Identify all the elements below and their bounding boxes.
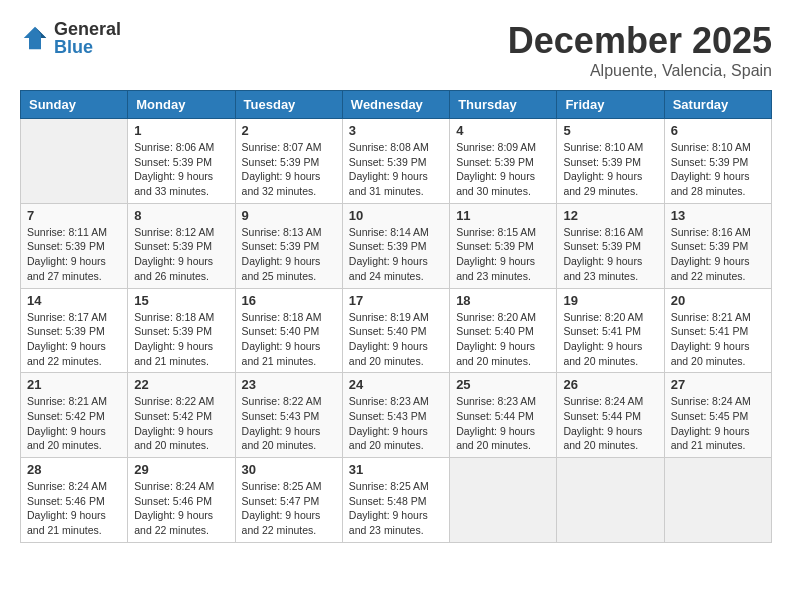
calendar-day-cell: 8Sunrise: 8:12 AM Sunset: 5:39 PM Daylig… — [128, 203, 235, 288]
day-number: 29 — [134, 462, 228, 477]
calendar-day-cell: 29Sunrise: 8:24 AM Sunset: 5:46 PM Dayli… — [128, 458, 235, 543]
day-info: Sunrise: 8:16 AM Sunset: 5:39 PM Dayligh… — [671, 225, 765, 284]
calendar-day-cell: 30Sunrise: 8:25 AM Sunset: 5:47 PM Dayli… — [235, 458, 342, 543]
day-info: Sunrise: 8:25 AM Sunset: 5:47 PM Dayligh… — [242, 479, 336, 538]
calendar-day-cell: 3Sunrise: 8:08 AM Sunset: 5:39 PM Daylig… — [342, 119, 449, 204]
logo-blue-text: Blue — [54, 38, 121, 56]
day-info: Sunrise: 8:14 AM Sunset: 5:39 PM Dayligh… — [349, 225, 443, 284]
day-number: 18 — [456, 293, 550, 308]
day-number: 25 — [456, 377, 550, 392]
calendar-day-cell: 25Sunrise: 8:23 AM Sunset: 5:44 PM Dayli… — [450, 373, 557, 458]
day-number: 12 — [563, 208, 657, 223]
calendar-day-cell: 17Sunrise: 8:19 AM Sunset: 5:40 PM Dayli… — [342, 288, 449, 373]
calendar-week-row: 28Sunrise: 8:24 AM Sunset: 5:46 PM Dayli… — [21, 458, 772, 543]
day-info: Sunrise: 8:23 AM Sunset: 5:44 PM Dayligh… — [456, 394, 550, 453]
calendar-day-cell: 9Sunrise: 8:13 AM Sunset: 5:39 PM Daylig… — [235, 203, 342, 288]
day-info: Sunrise: 8:22 AM Sunset: 5:42 PM Dayligh… — [134, 394, 228, 453]
day-number: 5 — [563, 123, 657, 138]
day-info: Sunrise: 8:21 AM Sunset: 5:42 PM Dayligh… — [27, 394, 121, 453]
day-info: Sunrise: 8:13 AM Sunset: 5:39 PM Dayligh… — [242, 225, 336, 284]
calendar-day-cell: 19Sunrise: 8:20 AM Sunset: 5:41 PM Dayli… — [557, 288, 664, 373]
day-of-week-header: Tuesday — [235, 91, 342, 119]
day-number: 20 — [671, 293, 765, 308]
day-number: 9 — [242, 208, 336, 223]
day-info: Sunrise: 8:11 AM Sunset: 5:39 PM Dayligh… — [27, 225, 121, 284]
calendar-week-row: 1Sunrise: 8:06 AM Sunset: 5:39 PM Daylig… — [21, 119, 772, 204]
calendar-table: SundayMondayTuesdayWednesdayThursdayFrid… — [20, 90, 772, 543]
day-number: 23 — [242, 377, 336, 392]
day-number: 17 — [349, 293, 443, 308]
day-info: Sunrise: 8:25 AM Sunset: 5:48 PM Dayligh… — [349, 479, 443, 538]
calendar-day-cell: 13Sunrise: 8:16 AM Sunset: 5:39 PM Dayli… — [664, 203, 771, 288]
calendar-day-cell: 28Sunrise: 8:24 AM Sunset: 5:46 PM Dayli… — [21, 458, 128, 543]
month-title: December 2025 — [508, 20, 772, 62]
day-info: Sunrise: 8:18 AM Sunset: 5:39 PM Dayligh… — [134, 310, 228, 369]
day-number: 4 — [456, 123, 550, 138]
calendar-day-cell — [450, 458, 557, 543]
day-number: 21 — [27, 377, 121, 392]
calendar-day-cell: 14Sunrise: 8:17 AM Sunset: 5:39 PM Dayli… — [21, 288, 128, 373]
day-number: 26 — [563, 377, 657, 392]
calendar-day-cell: 31Sunrise: 8:25 AM Sunset: 5:48 PM Dayli… — [342, 458, 449, 543]
location: Alpuente, Valencia, Spain — [508, 62, 772, 80]
logo-general-text: General — [54, 20, 121, 38]
day-info: Sunrise: 8:18 AM Sunset: 5:40 PM Dayligh… — [242, 310, 336, 369]
day-number: 19 — [563, 293, 657, 308]
calendar-day-cell: 18Sunrise: 8:20 AM Sunset: 5:40 PM Dayli… — [450, 288, 557, 373]
calendar-day-cell: 24Sunrise: 8:23 AM Sunset: 5:43 PM Dayli… — [342, 373, 449, 458]
day-of-week-header: Friday — [557, 91, 664, 119]
day-info: Sunrise: 8:20 AM Sunset: 5:40 PM Dayligh… — [456, 310, 550, 369]
day-of-week-header: Thursday — [450, 91, 557, 119]
calendar-week-row: 7Sunrise: 8:11 AM Sunset: 5:39 PM Daylig… — [21, 203, 772, 288]
day-info: Sunrise: 8:24 AM Sunset: 5:45 PM Dayligh… — [671, 394, 765, 453]
day-number: 22 — [134, 377, 228, 392]
calendar-day-cell — [664, 458, 771, 543]
day-number: 8 — [134, 208, 228, 223]
calendar-day-cell: 10Sunrise: 8:14 AM Sunset: 5:39 PM Dayli… — [342, 203, 449, 288]
calendar-day-cell: 1Sunrise: 8:06 AM Sunset: 5:39 PM Daylig… — [128, 119, 235, 204]
day-info: Sunrise: 8:09 AM Sunset: 5:39 PM Dayligh… — [456, 140, 550, 199]
day-number: 28 — [27, 462, 121, 477]
day-info: Sunrise: 8:17 AM Sunset: 5:39 PM Dayligh… — [27, 310, 121, 369]
day-info: Sunrise: 8:22 AM Sunset: 5:43 PM Dayligh… — [242, 394, 336, 453]
day-info: Sunrise: 8:20 AM Sunset: 5:41 PM Dayligh… — [563, 310, 657, 369]
calendar-day-cell: 2Sunrise: 8:07 AM Sunset: 5:39 PM Daylig… — [235, 119, 342, 204]
day-info: Sunrise: 8:19 AM Sunset: 5:40 PM Dayligh… — [349, 310, 443, 369]
calendar-day-cell: 5Sunrise: 8:10 AM Sunset: 5:39 PM Daylig… — [557, 119, 664, 204]
calendar-week-row: 14Sunrise: 8:17 AM Sunset: 5:39 PM Dayli… — [21, 288, 772, 373]
day-number: 10 — [349, 208, 443, 223]
calendar-day-cell: 11Sunrise: 8:15 AM Sunset: 5:39 PM Dayli… — [450, 203, 557, 288]
calendar-day-cell: 20Sunrise: 8:21 AM Sunset: 5:41 PM Dayli… — [664, 288, 771, 373]
day-number: 6 — [671, 123, 765, 138]
logo-icon — [20, 23, 50, 53]
page-header: General Blue December 2025 Alpuente, Val… — [20, 20, 772, 80]
day-number: 30 — [242, 462, 336, 477]
day-info: Sunrise: 8:24 AM Sunset: 5:46 PM Dayligh… — [27, 479, 121, 538]
day-number: 16 — [242, 293, 336, 308]
logo: General Blue — [20, 20, 121, 56]
day-number: 13 — [671, 208, 765, 223]
calendar-day-cell: 22Sunrise: 8:22 AM Sunset: 5:42 PM Dayli… — [128, 373, 235, 458]
calendar-day-cell: 4Sunrise: 8:09 AM Sunset: 5:39 PM Daylig… — [450, 119, 557, 204]
day-info: Sunrise: 8:12 AM Sunset: 5:39 PM Dayligh… — [134, 225, 228, 284]
logo-text: General Blue — [54, 20, 121, 56]
calendar-day-cell: 27Sunrise: 8:24 AM Sunset: 5:45 PM Dayli… — [664, 373, 771, 458]
day-info: Sunrise: 8:06 AM Sunset: 5:39 PM Dayligh… — [134, 140, 228, 199]
day-of-week-header: Sunday — [21, 91, 128, 119]
calendar-day-cell: 12Sunrise: 8:16 AM Sunset: 5:39 PM Dayli… — [557, 203, 664, 288]
day-info: Sunrise: 8:07 AM Sunset: 5:39 PM Dayligh… — [242, 140, 336, 199]
day-info: Sunrise: 8:24 AM Sunset: 5:44 PM Dayligh… — [563, 394, 657, 453]
day-info: Sunrise: 8:08 AM Sunset: 5:39 PM Dayligh… — [349, 140, 443, 199]
day-number: 24 — [349, 377, 443, 392]
day-number: 11 — [456, 208, 550, 223]
calendar-day-cell: 21Sunrise: 8:21 AM Sunset: 5:42 PM Dayli… — [21, 373, 128, 458]
calendar-header-row: SundayMondayTuesdayWednesdayThursdayFrid… — [21, 91, 772, 119]
day-number: 14 — [27, 293, 121, 308]
day-number: 3 — [349, 123, 443, 138]
calendar-day-cell: 7Sunrise: 8:11 AM Sunset: 5:39 PM Daylig… — [21, 203, 128, 288]
day-of-week-header: Saturday — [664, 91, 771, 119]
day-info: Sunrise: 8:21 AM Sunset: 5:41 PM Dayligh… — [671, 310, 765, 369]
day-info: Sunrise: 8:15 AM Sunset: 5:39 PM Dayligh… — [456, 225, 550, 284]
day-info: Sunrise: 8:16 AM Sunset: 5:39 PM Dayligh… — [563, 225, 657, 284]
calendar-day-cell: 16Sunrise: 8:18 AM Sunset: 5:40 PM Dayli… — [235, 288, 342, 373]
